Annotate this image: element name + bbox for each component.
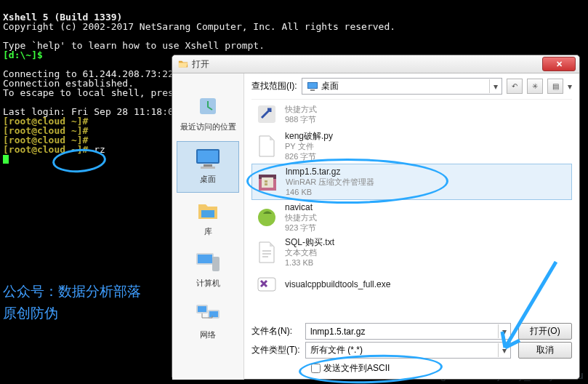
up-button[interactable]: ↶	[507, 79, 523, 94]
cursor	[3, 155, 9, 164]
cancel-button-label: 取消	[536, 344, 554, 356]
ascii-checkbox-input[interactable]	[311, 364, 321, 373]
chevron-down-icon: ▾	[498, 343, 510, 357]
place-libraries-label: 库	[204, 226, 212, 237]
term-prompt0[interactable]: [d:\~]$	[3, 49, 49, 60]
chevron-down-icon: ▾	[498, 324, 510, 338]
new-folder-icon: ✳	[532, 82, 538, 90]
place-recent-label: 最近访问的位置	[180, 121, 236, 132]
place-desktop[interactable]: 桌面	[177, 141, 239, 193]
place-computer[interactable]: 计算机	[177, 246, 239, 296]
file-item-py[interactable]: keng破解.pyPY 文件826 字节	[251, 129, 572, 164]
file-item-shortcut[interactable]: 快捷方式988 字节	[251, 100, 572, 129]
file-item-exe[interactable]: visualcppbuildtools_full.exe	[251, 270, 572, 299]
svg-rect-10	[198, 306, 206, 312]
folder-open-icon	[178, 59, 188, 69]
term-cmd: rz	[94, 144, 105, 155]
file-name: lnmp1.5.tar.gz	[286, 167, 374, 177]
svg-point-21	[258, 209, 275, 226]
libraries-icon	[193, 199, 222, 223]
place-network-label: 网络	[200, 329, 216, 340]
dialog-titlebar[interactable]: 打开 ✕	[172, 55, 579, 73]
filename-combo[interactable]: lnmp1.5.tar.gz ▾	[305, 323, 511, 340]
file-name: SQL-购买.txt	[285, 237, 334, 247]
file-name: keng破解.py	[285, 131, 333, 141]
filename-label: 文件名(N):	[251, 325, 305, 337]
file-item-targz[interactable]: lnmp1.5.tar.gzWinRAR 压缩文件管理器146 KB	[251, 164, 572, 200]
svg-rect-22	[258, 278, 275, 291]
file-sub: 快捷方式	[285, 104, 317, 114]
file-size: 988 字节	[285, 114, 317, 124]
watermark-l1: 公众号：数据分析部落	[3, 282, 141, 301]
ascii-checkbox[interactable]: 发送文件到ASCII	[308, 361, 572, 375]
place-libraries[interactable]: 库	[177, 194, 239, 244]
place-computer-label: 计算机	[196, 278, 220, 289]
place-recent[interactable]: 最近访问的位置	[177, 89, 239, 140]
close-icon: ✕	[556, 60, 563, 69]
desktop-small-icon	[307, 81, 318, 92]
file-name: visualcppbuildtools_full.exe	[285, 279, 390, 289]
svg-rect-4	[201, 167, 215, 169]
file-sub: 快捷方式	[285, 212, 317, 223]
rar-icon	[255, 169, 280, 194]
svg-rect-7	[212, 257, 220, 271]
look-in-combo[interactable]: 桌面 ▾	[302, 78, 502, 95]
term-escape: To escape to local shell, press 'C	[3, 87, 196, 98]
computer-icon	[193, 250, 222, 275]
term-p4: [root@cloud ~]#	[3, 144, 94, 155]
up-icon: ↶	[512, 82, 517, 90]
ascii-label: 发送文件到ASCII	[323, 362, 390, 375]
open-button-label: 打开(O)	[530, 325, 560, 337]
shortcut-icon	[254, 102, 279, 127]
term-copyright: Copyright (c) 2002-2017 NetSarang Comput…	[3, 21, 395, 32]
look-in-label: 查找范围(I):	[251, 80, 297, 92]
filetype-value: 所有文件 (*.*)	[310, 344, 363, 356]
chevron-down-icon: ▾	[489, 79, 502, 93]
network-icon	[193, 302, 222, 327]
filetype-combo[interactable]: 所有文件 (*.*) ▾	[305, 342, 511, 359]
svg-rect-19	[265, 180, 267, 183]
file-size: 923 字节	[285, 223, 317, 233]
open-button[interactable]: 打开(O)	[518, 323, 572, 340]
file-size: 826 字节	[285, 151, 333, 161]
svg-rect-2	[198, 151, 218, 162]
recent-icon	[193, 94, 222, 119]
exe-icon	[254, 272, 279, 297]
file-list[interactable]: 快捷方式988 字节 keng破解.pyPY 文件826 字节 lnmp1.5.…	[251, 99, 572, 318]
open-dialog: 打开 ✕ 最近访问的位置 桌面 库 计算机 网络	[172, 55, 580, 380]
cancel-button[interactable]: 取消	[518, 342, 572, 359]
place-network[interactable]: 网络	[177, 297, 239, 348]
txt-icon	[254, 240, 279, 265]
places-bar: 最近访问的位置 桌面 库 计算机 网络	[172, 73, 244, 380]
close-button[interactable]: ✕	[542, 57, 576, 71]
filetype-label: 文件类型(T):	[251, 344, 305, 356]
file-name: navicat	[285, 202, 317, 212]
watermark-l2: 原创防伪	[3, 304, 141, 323]
views-icon: ▤	[552, 82, 559, 90]
file-item-txt[interactable]: SQL-购买.txt文本文档1.33 KB	[251, 235, 572, 270]
dialog-bottom: 文件名(N): lnmp1.5.tar.gz ▾ 打开(O) 文件类型(T): …	[251, 318, 572, 375]
desktop-icon	[193, 146, 222, 171]
new-folder-button[interactable]: ✳	[527, 79, 543, 94]
svg-rect-11	[209, 311, 218, 317]
views-button[interactable]: ▤	[547, 79, 563, 94]
svg-rect-14	[310, 89, 315, 91]
navicat-icon	[254, 205, 279, 230]
filename-value: lnmp1.5.tar.gz	[310, 327, 365, 337]
py-file-icon	[254, 134, 279, 159]
svg-rect-3	[204, 164, 212, 167]
place-desktop-label: 桌面	[200, 174, 216, 185]
file-size: 146 KB	[286, 187, 374, 197]
dialog-title: 打开	[192, 58, 209, 71]
watermark: 公众号：数据分析部落 原创防伪	[3, 282, 141, 326]
dropdown-icon: ▾	[568, 81, 572, 92]
svg-rect-6	[198, 255, 212, 263]
look-in-value: 桌面	[321, 80, 339, 92]
svg-rect-13	[308, 83, 317, 88]
file-sub: WinRAR 压缩文件管理器	[286, 177, 374, 187]
file-sub: 文本文档	[285, 247, 334, 257]
file-size: 1.33 KB	[285, 257, 334, 268]
svg-rect-20	[265, 183, 267, 185]
file-sub: PY 文件	[285, 141, 333, 151]
file-item-navicat[interactable]: navicat快捷方式923 字节	[251, 200, 572, 235]
